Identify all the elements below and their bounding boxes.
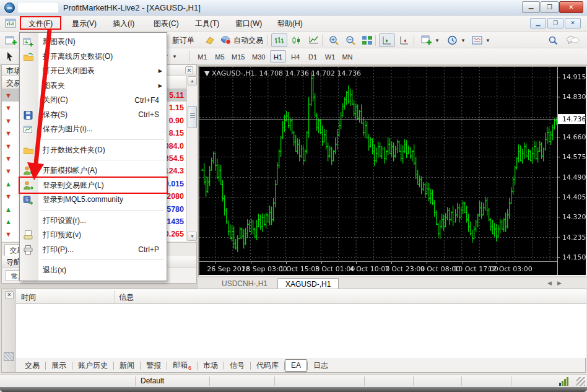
- terminal-tab-2[interactable]: 展示: [46, 359, 72, 372]
- dock-grip-icon[interactable]: [4, 352, 14, 361]
- window-bottom-edge: [0, 387, 587, 392]
- chart-shift-icon[interactable]: [396, 33, 412, 47]
- terminal-tab-1[interactable]: 交易: [19, 359, 45, 372]
- new-chart-icon: [23, 37, 34, 48]
- menu-item-close[interactable]: 关闭(C) Ctrl+F4: [20, 93, 167, 108]
- column-message[interactable]: 信息: [119, 292, 134, 303]
- mdi-restore-button[interactable]: ❐: [547, 18, 563, 28]
- bar-chart-mode-icon[interactable]: [271, 33, 287, 47]
- window-maximize-button[interactable]: ❐: [541, 1, 559, 13]
- bid-price: 0.90: [169, 116, 184, 125]
- timeframe-m15[interactable]: M15: [229, 50, 247, 63]
- menu-item-open-demo-account[interactable]: 开新模拟帐户(A): [20, 163, 167, 178]
- timeframe-h4[interactable]: H4: [287, 50, 303, 63]
- tab-scroll-right-icon[interactable]: ▶: [557, 280, 562, 286]
- terminal-tab-11[interactable]: 日志: [308, 359, 334, 372]
- mdi-close-button[interactable]: ✕: [565, 18, 581, 28]
- terminal-tab-10[interactable]: EA: [285, 359, 307, 372]
- auto-trading-button[interactable]: 自动交易: [218, 33, 266, 47]
- folder-icon: [23, 145, 34, 156]
- menu-help[interactable]: 帮助(H): [271, 18, 309, 30]
- menu-item-open-offline[interactable]: 打开离线历史数据(O): [20, 50, 167, 64]
- bid-price: 1.15: [169, 103, 184, 112]
- periods-button[interactable]: ▼: [445, 33, 468, 47]
- title-bar: ProfitMarketHK-Live2 - [XAGUSD-,H1] ▁ ❐ …: [0, 0, 587, 15]
- timeframe-m1[interactable]: M1: [194, 50, 211, 63]
- timeframe-m5[interactable]: M5: [212, 50, 228, 63]
- terminal-tab-6[interactable]: 邮箱6: [167, 359, 197, 372]
- timeframe-h1[interactable]: H1: [270, 50, 286, 63]
- new-order-button[interactable]: 新订单: [170, 33, 197, 47]
- scrollbar-thumb[interactable]: [188, 106, 197, 128]
- zoom-out-icon[interactable]: [342, 33, 359, 47]
- menu-item-save[interactable]: 保存(S) Ctrl+S: [20, 108, 167, 123]
- timeframe-m30[interactable]: M30: [250, 50, 267, 63]
- terminal-tab-4[interactable]: 新闻: [114, 359, 140, 372]
- menu-tools[interactable]: 工具(T): [189, 18, 225, 30]
- scroll-down-icon[interactable]: ▼: [188, 232, 197, 241]
- column-time[interactable]: 时间: [21, 292, 36, 303]
- terminal-close-icon[interactable]: ✕: [5, 291, 14, 299]
- menu-window[interactable]: 窗口(W): [229, 18, 268, 30]
- bid-price: 5.11: [169, 91, 184, 100]
- new-chart-toolbar-button[interactable]: [2, 33, 20, 47]
- scroll-up-icon[interactable]: ▲: [188, 76, 197, 85]
- market-watch-scrollbar[interactable]: ▲ ▼: [186, 76, 197, 241]
- menu-item-login-mql5[interactable]: 5 登录到MQL5.community: [20, 193, 167, 207]
- terminal-tab-5[interactable]: 警报: [141, 359, 167, 372]
- terminal-tab-9[interactable]: 代码库: [251, 359, 284, 372]
- trend-arrow-icon: ▲: [5, 217, 12, 226]
- window-close-button[interactable]: ✕: [559, 1, 583, 13]
- search-icon[interactable]: [545, 33, 561, 47]
- price-chart[interactable]: [199, 67, 586, 275]
- auto-scroll-icon[interactable]: [379, 33, 395, 47]
- chat-icon[interactable]: [563, 33, 582, 47]
- chart-window[interactable]: [198, 66, 587, 276]
- terminal-panel: ✕ 时间 信息 交易展示账户历史新闻警报邮箱6市场信号代码库EA日志: [1, 289, 586, 373]
- resize-grip[interactable]: [576, 377, 585, 386]
- menu-item-new-chart[interactable]: 新图表(N): [20, 35, 167, 50]
- open-folder-icon: [23, 51, 34, 63]
- save-picture-icon: [23, 124, 34, 135]
- timeframe-mn[interactable]: MN: [339, 50, 355, 63]
- terminal-tab-8[interactable]: 信号: [224, 359, 250, 372]
- chart-tab-bar: USDCNH-,H1 XAGUSD-,H1 ◀ ▶: [198, 277, 587, 290]
- trend-arrow-icon: ▼: [5, 192, 12, 201]
- terminal-tab-3[interactable]: 账户历史: [72, 359, 113, 372]
- tile-windows-icon[interactable]: [359, 33, 375, 47]
- indicators-button[interactable]: ▼: [419, 33, 442, 47]
- bid-price: 084.0: [165, 142, 184, 150]
- bid-price: 2080: [167, 192, 184, 201]
- menu-item-print-setup[interactable]: 打印设置(r)...: [20, 214, 167, 229]
- tab-scroll-left-icon[interactable]: ◀: [547, 280, 552, 286]
- menu-item-print-preview[interactable]: 打印预览(v): [20, 228, 167, 243]
- menu-charts[interactable]: 图表(C): [147, 18, 185, 30]
- profile-indicator[interactable]: Default: [141, 377, 164, 385]
- menu-insert[interactable]: 插入(I): [107, 18, 141, 30]
- save-icon: [23, 110, 34, 121]
- chart-window-icon[interactable]: [5, 18, 17, 29]
- menu-item-open-data-folder[interactable]: 打开数据文件夹(D): [20, 143, 167, 158]
- printer-icon: [23, 245, 34, 256]
- line-chart-mode-icon[interactable]: [306, 33, 322, 47]
- menu-item-exit[interactable]: 退出(x): [20, 263, 167, 278]
- market-watch-close-icon[interactable]: ✕: [185, 66, 193, 74]
- zoom-in-icon[interactable]: [326, 33, 342, 47]
- history-center-icon[interactable]: [202, 33, 218, 47]
- candlestick-mode-icon[interactable]: [289, 33, 305, 47]
- mql5-icon: 5: [23, 194, 34, 206]
- window-title: ProfitMarketHK-Live2 - [XAGUSD-,H1]: [63, 3, 201, 12]
- menu-view[interactable]: 显示(V): [66, 18, 103, 30]
- menu-item-open-deleted[interactable]: 打开已关闭图表 ▶: [20, 64, 167, 79]
- cursor-tool-icon[interactable]: [2, 50, 17, 63]
- templates-button[interactable]: ▼: [469, 33, 493, 47]
- timeframe-d1[interactable]: D1: [305, 50, 321, 63]
- svg-text:5: 5: [25, 196, 28, 203]
- menu-item-profiles[interactable]: 图表夹 ▶: [20, 79, 167, 94]
- window-minimize-button[interactable]: ▁: [522, 1, 540, 13]
- menu-item-save-picture[interactable]: 保存为图片(i)...: [20, 122, 167, 137]
- timeframe-w1[interactable]: W1: [322, 50, 338, 63]
- terminal-tab-7[interactable]: 市场: [198, 359, 224, 372]
- mdi-minimize-button[interactable]: ▁: [530, 18, 546, 28]
- menu-item-print[interactable]: 打印(P)... Ctrl+P: [20, 243, 167, 258]
